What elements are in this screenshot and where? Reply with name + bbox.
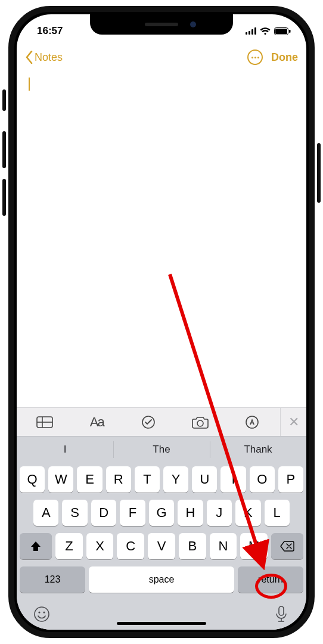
- svg-point-10: [38, 611, 40, 613]
- key-q[interactable]: Q: [20, 466, 45, 493]
- key-p[interactable]: P: [278, 466, 303, 493]
- back-button[interactable]: Notes: [25, 51, 63, 64]
- shift-icon: [30, 540, 42, 552]
- key-h[interactable]: H: [178, 500, 203, 526]
- key-g[interactable]: G: [149, 500, 174, 526]
- suggestion-1[interactable]: I: [17, 436, 113, 463]
- microphone-icon: [275, 606, 287, 623]
- phone-silence-switch: [2, 89, 6, 111]
- emoji-button[interactable]: [30, 602, 54, 626]
- phone-volume-up-button: [2, 131, 6, 168]
- svg-point-11: [43, 611, 45, 613]
- key-f[interactable]: F: [120, 500, 145, 526]
- suggestion-2[interactable]: The: [113, 436, 210, 463]
- chevron-left-icon: [25, 51, 33, 64]
- key-w[interactable]: W: [48, 466, 73, 493]
- done-button[interactable]: Done: [271, 51, 298, 64]
- numbers-key[interactable]: 123: [20, 566, 85, 593]
- suggestion-3[interactable]: Thank: [210, 436, 306, 463]
- key-z[interactable]: Z: [55, 533, 83, 559]
- svg-point-9: [35, 607, 49, 621]
- svg-rect-2: [289, 30, 291, 33]
- cellular-signal-icon: [246, 27, 256, 35]
- key-d[interactable]: D: [91, 500, 116, 526]
- key-c[interactable]: C: [117, 533, 144, 559]
- battery-icon: [274, 27, 291, 35]
- key-x[interactable]: X: [86, 533, 114, 559]
- key-b[interactable]: B: [179, 533, 206, 559]
- return-key[interactable]: return: [238, 566, 303, 593]
- phone-volume-down-button: [2, 179, 6, 216]
- phone-notch: [90, 14, 233, 35]
- home-indicator[interactable]: [117, 622, 206, 625]
- phone-power-button: [317, 143, 321, 203]
- wifi-icon: [260, 27, 271, 35]
- svg-rect-12: [279, 606, 284, 615]
- svg-point-8: [246, 416, 258, 428]
- svg-rect-1: [275, 29, 287, 34]
- markup-button[interactable]: [240, 410, 264, 434]
- suggestion-bar: I The Thank: [17, 436, 306, 463]
- key-a[interactable]: A: [33, 500, 58, 526]
- key-i[interactable]: I: [220, 466, 246, 493]
- keyboard: I The Thank Q W E R T Y U I O P A: [17, 436, 306, 630]
- close-toolbar-button[interactable]: ✕: [280, 408, 306, 436]
- key-e[interactable]: E: [77, 466, 102, 493]
- space-key[interactable]: space: [89, 566, 234, 593]
- key-u[interactable]: U: [192, 466, 217, 493]
- backspace-icon: [280, 541, 294, 552]
- note-editor[interactable]: [17, 72, 306, 407]
- navigation-bar: Notes Done: [17, 43, 306, 72]
- emoji-icon: [33, 606, 50, 623]
- phone-screen: 16:57 Notes: [17, 14, 306, 630]
- more-options-button[interactable]: [247, 49, 263, 65]
- text-caret: [29, 78, 30, 91]
- status-time: 16:57: [37, 25, 63, 37]
- key-t[interactable]: T: [135, 466, 160, 493]
- key-n[interactable]: N: [210, 533, 237, 559]
- checklist-button[interactable]: [136, 410, 160, 434]
- svg-point-7: [197, 420, 203, 426]
- key-k[interactable]: K: [235, 500, 260, 526]
- backspace-key[interactable]: [271, 533, 303, 559]
- key-o[interactable]: O: [250, 466, 275, 493]
- ellipsis-icon: [251, 57, 253, 58]
- text-style-button[interactable]: Aa: [85, 410, 108, 434]
- key-m[interactable]: M: [240, 533, 268, 559]
- key-j[interactable]: J: [207, 500, 232, 526]
- formatting-toolbar: Aa ✕: [17, 407, 306, 436]
- shift-key[interactable]: [20, 533, 52, 559]
- key-r[interactable]: R: [106, 466, 131, 493]
- phone-frame: 16:57 Notes: [8, 6, 315, 638]
- key-v[interactable]: V: [148, 533, 175, 559]
- key-s[interactable]: S: [62, 500, 87, 526]
- dictation-button[interactable]: [269, 602, 293, 626]
- key-y[interactable]: Y: [163, 466, 188, 493]
- table-button[interactable]: [33, 410, 57, 434]
- key-l[interactable]: L: [265, 500, 290, 526]
- camera-button[interactable]: [188, 410, 212, 434]
- back-label: Notes: [35, 51, 63, 64]
